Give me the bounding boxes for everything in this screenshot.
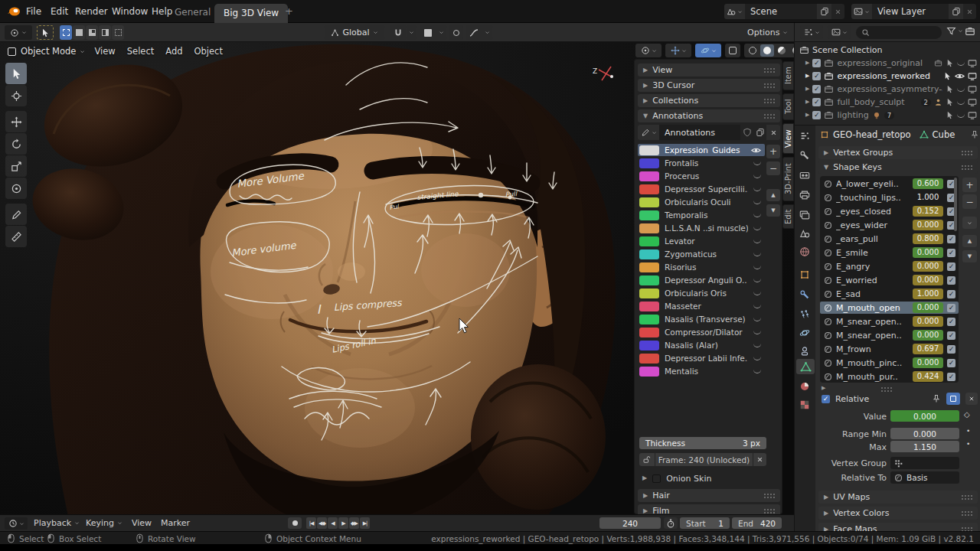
eye-closed-icon[interactable] (957, 113, 965, 118)
panel-grip[interactable] (763, 98, 775, 104)
annotation-layer-row[interactable]: Depressor Anguli O.. (638, 274, 765, 286)
annotation-layer-row[interactable]: Procerus (638, 170, 765, 182)
new-collection-button[interactable] (965, 26, 975, 39)
section-3d-cursor[interactable]: ▶3D Cursor (638, 79, 780, 92)
shading-solid-button[interactable] (760, 44, 774, 57)
fake-user-button[interactable] (740, 125, 753, 140)
shape-key-value[interactable]: 0.000 (913, 302, 943, 313)
annotation-layer-row[interactable]: Depressor Supercilii.. (638, 183, 765, 195)
layer-color-swatch[interactable] (639, 197, 659, 207)
selectable-icon[interactable] (946, 59, 954, 67)
annotation-layer-row[interactable]: L.L.S.A.N ..si muscle) (638, 222, 765, 234)
shape-key-mute-checkbox[interactable]: ✓ (947, 318, 956, 326)
overlays-dropdown[interactable] (665, 44, 691, 57)
breadcrumb-object-name[interactable]: GEO-head_retopo (833, 129, 911, 140)
relative-to-field[interactable]: Basis (890, 471, 959, 484)
outliner-display-mode-dropdown[interactable] (800, 25, 823, 39)
tool-rotate[interactable] (5, 133, 27, 155)
scene-browse-button[interactable] (724, 4, 745, 19)
eye-closed-icon[interactable] (753, 317, 761, 321)
eye-closed-icon[interactable] (957, 87, 965, 92)
record-button[interactable] (288, 517, 302, 529)
shape-key-mute-checkbox[interactable]: ✓ (947, 249, 956, 257)
shape-key-row[interactable]: _eyes_closed0.152✓ (820, 205, 959, 217)
outliner-row-expressions-reworked[interactable]: ▶ ✓ expressions_reworked (795, 70, 980, 83)
view-layer-remove-button[interactable] (963, 4, 976, 19)
view-layer-new-button[interactable] (949, 4, 963, 19)
frame-lock-button[interactable] (639, 453, 655, 466)
timeline-menu-playback[interactable]: Playback (34, 518, 80, 528)
eye-closed-icon[interactable] (957, 100, 965, 105)
eye-closed-icon[interactable] (753, 239, 761, 243)
selectable-icon[interactable] (943, 72, 952, 80)
layer-color-swatch[interactable] (639, 302, 659, 311)
panel-shape-keys[interactable]: ▼Shape Keys (818, 161, 978, 174)
monitor-icon[interactable] (968, 72, 977, 81)
outliner-filter-dropdown[interactable] (828, 25, 851, 39)
layer-move-up-button[interactable]: ▲ (766, 189, 780, 201)
annotation-browse-button[interactable] (638, 125, 659, 140)
eye-closed-icon[interactable] (753, 213, 761, 217)
layer-color-swatch[interactable] (639, 145, 659, 155)
eye-closed-icon[interactable] (753, 252, 761, 256)
shape-key-value[interactable]: 1.000 (913, 192, 943, 203)
layer-color-swatch[interactable] (639, 341, 659, 350)
annotation-layer-row[interactable]: Masseter (638, 300, 765, 312)
scene-unlink-button[interactable] (831, 4, 844, 19)
current-frame-field[interactable]: 240 (599, 517, 661, 529)
keyframe-diamond-icon[interactable]: ◇ (964, 410, 970, 419)
shape-key-mute-checkbox[interactable]: ✓ (947, 304, 956, 312)
frame-clear-button[interactable] (753, 453, 766, 466)
snap-options-button[interactable] (407, 25, 416, 40)
eye-closed-icon[interactable] (753, 291, 761, 295)
shape-key-mute-checkbox[interactable]: ✓ (947, 235, 956, 243)
disclosure-icon[interactable]: ▶ (805, 73, 809, 79)
shape-key-mute-checkbox[interactable]: ✓ (947, 262, 956, 271)
xray-dropdown[interactable] (695, 44, 721, 57)
shape-key-value[interactable]: 1.000 (913, 289, 943, 299)
shape-key-value[interactable]: 0.000 (913, 275, 943, 285)
outliner-row-expressions-asymmetry[interactable]: ▶ ✓ expressions_asymmetry-a (795, 83, 980, 96)
panel-grip[interactable] (961, 494, 972, 500)
eye-closed-icon[interactable] (753, 174, 761, 178)
collection-checkbox[interactable]: ✓ (812, 59, 821, 67)
panel-vertex-colors[interactable]: ▶Vertex Colors (818, 507, 978, 520)
eye-closed-icon[interactable] (753, 304, 761, 308)
falloff-options-button[interactable] (482, 25, 492, 40)
tab-world[interactable] (796, 244, 813, 259)
selectable-icon[interactable] (946, 85, 954, 93)
panel-grip[interactable] (961, 150, 972, 156)
shape-key-row[interactable]: M_snear_open..0.000✓ (820, 329, 959, 341)
layer-color-swatch[interactable] (639, 354, 659, 364)
annotation-layer-row[interactable]: Levator (638, 235, 765, 247)
tab-object[interactable] (796, 267, 813, 282)
use-preview-range-button[interactable] (664, 517, 678, 529)
shape-key-value[interactable]: 0.000 (913, 357, 943, 368)
viewport-menu-view[interactable]: View (94, 46, 115, 57)
menu-edit[interactable]: Edit (51, 6, 68, 17)
anim-dot-icon[interactable]: • (966, 427, 970, 435)
shape-key-mute-checkbox[interactable]: ✓ (947, 290, 956, 298)
anim-dot-icon[interactable]: • (966, 440, 970, 448)
annotation-layer-row[interactable]: Nasalis (Transverse) (638, 313, 765, 325)
shape-key-value[interactable]: 0.000 (913, 261, 943, 272)
outliner-row-full-body-sculpt[interactable]: ▶ ✓ full_body_sculpt 2 (795, 96, 980, 109)
tab-output[interactable] (796, 187, 813, 203)
tab-particles[interactable] (796, 307, 813, 322)
active-tool-button[interactable] (37, 25, 54, 40)
eye-open-icon[interactable] (955, 71, 965, 81)
collection-checkbox[interactable]: ✓ (812, 98, 821, 106)
outliner-root-row[interactable]: Scene Collection (795, 44, 980, 57)
relative-checkbox[interactable]: ✓ (822, 395, 830, 403)
blender-logo-icon[interactable] (7, 5, 21, 18)
eye-closed-icon[interactable] (753, 226, 761, 230)
shape-key-row[interactable]: M_mouth_pinc..0.000✓ (820, 357, 959, 369)
annotation-layer-row[interactable]: Depressor Labii Infe.. (638, 352, 765, 364)
prev-keyframe-button[interactable]: ◀◆ (317, 517, 327, 529)
tab-tool[interactable] (796, 148, 813, 163)
sidebar-tab-view[interactable]: View (782, 123, 794, 154)
shape-key-mute-checkbox[interactable]: ✓ (947, 331, 956, 340)
eye-open-icon[interactable] (751, 145, 761, 155)
select-mode-box[interactable] (73, 25, 85, 40)
jump-to-end-button[interactable]: ▶| (360, 517, 370, 529)
